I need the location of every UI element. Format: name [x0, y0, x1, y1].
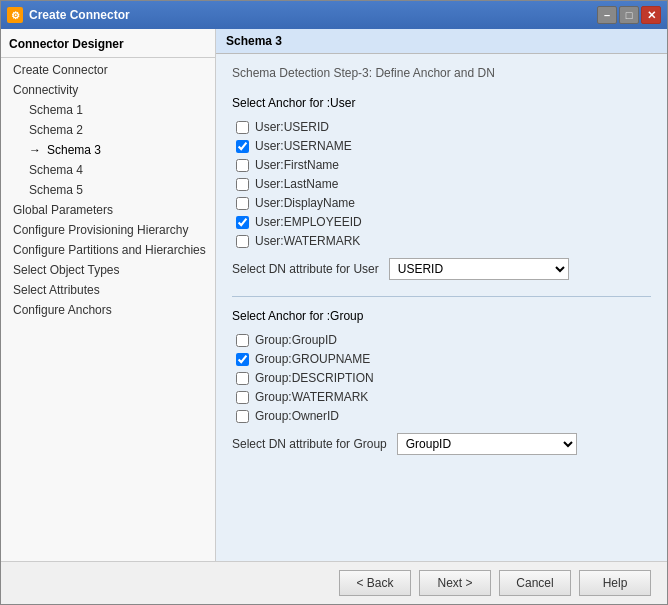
checkbox-group-watermark[interactable]	[236, 391, 249, 404]
help-button[interactable]: Help	[579, 570, 651, 596]
current-arrow-icon: →	[29, 143, 41, 157]
group-section: Select Anchor for :Group Group:GroupIDGr…	[232, 309, 651, 455]
back-button[interactable]: < Back	[339, 570, 411, 596]
checkbox-label-group-watermark: Group:WATERMARK	[255, 390, 368, 404]
content-area: Schema 3 Schema Detection Step-3: Define…	[216, 29, 667, 561]
sidebar-item-configure-provisioning[interactable]: Configure Provisioning Hierarchy	[1, 220, 215, 240]
sidebar-item-label: Schema 5	[29, 183, 83, 197]
checkbox-user-watermark[interactable]	[236, 235, 249, 248]
checkbox-user-firstname[interactable]	[236, 159, 249, 172]
sidebar-items-container: Create ConnectorConnectivitySchema 1Sche…	[1, 60, 215, 320]
sidebar-item-label: Create Connector	[13, 63, 108, 77]
sidebar-item-schema-5[interactable]: Schema 5	[1, 180, 215, 200]
content-body[interactable]: Schema Detection Step-3: Define Anchor a…	[216, 54, 667, 561]
next-button[interactable]: Next >	[419, 570, 491, 596]
sidebar-item-label: Schema 1	[29, 103, 83, 117]
checkbox-group-groupid[interactable]	[236, 334, 249, 347]
user-checkboxes: User:USERIDUser:USERNAMEUser:FirstNameUs…	[232, 120, 651, 248]
user-dn-label: Select DN attribute for User	[232, 262, 379, 276]
group-dn-label: Select DN attribute for Group	[232, 437, 387, 451]
checkbox-row-user-watermark: User:WATERMARK	[232, 234, 651, 248]
checkbox-label-group-description: Group:DESCRIPTION	[255, 371, 374, 385]
sidebar-item-global-parameters[interactable]: Global Parameters	[1, 200, 215, 220]
app-icon: ⚙	[7, 7, 23, 23]
cancel-button[interactable]: Cancel	[499, 570, 571, 596]
sidebar-item-configure-partitions[interactable]: Configure Partitions and Hierarchies	[1, 240, 215, 260]
sidebar-item-select-attributes[interactable]: Select Attributes	[1, 280, 215, 300]
checkbox-row-group-groupname: Group:GROUPNAME	[232, 352, 651, 366]
checkbox-row-user-employeeid: User:EMPLOYEEID	[232, 215, 651, 229]
checkbox-row-user-displayname: User:DisplayName	[232, 196, 651, 210]
title-bar: ⚙ Create Connector – □ ✕	[1, 1, 667, 29]
sidebar-item-label: Select Attributes	[13, 283, 100, 297]
sidebar-item-label: Configure Partitions and Hierarchies	[13, 243, 206, 257]
group-section-title: Select Anchor for :Group	[232, 309, 651, 323]
checkbox-label-user-lastname: User:LastName	[255, 177, 338, 191]
close-button[interactable]: ✕	[641, 6, 661, 24]
sidebar-item-label: Global Parameters	[13, 203, 113, 217]
sidebar-item-label: Schema 2	[29, 123, 83, 137]
sidebar-item-create-connector[interactable]: Create Connector	[1, 60, 215, 80]
footer: < Back Next > Cancel Help	[1, 561, 667, 604]
sidebar-item-label: Connectivity	[13, 83, 78, 97]
sidebar: Connector Designer Create ConnectorConne…	[1, 29, 216, 561]
user-dn-row: Select DN attribute for User USERIDUSERN…	[232, 258, 651, 280]
checkbox-label-group-ownerid: Group:OwnerID	[255, 409, 339, 423]
checkbox-label-user-firstname: User:FirstName	[255, 158, 339, 172]
checkbox-user-lastname[interactable]	[236, 178, 249, 191]
checkbox-label-user-userid: User:USERID	[255, 120, 329, 134]
checkbox-user-userid[interactable]	[236, 121, 249, 134]
checkbox-row-group-watermark: Group:WATERMARK	[232, 390, 651, 404]
sidebar-item-label: Schema 3	[47, 143, 101, 157]
sidebar-item-schema-4[interactable]: Schema 4	[1, 160, 215, 180]
checkbox-row-group-ownerid: Group:OwnerID	[232, 409, 651, 423]
sidebar-item-schema-2[interactable]: Schema 2	[1, 120, 215, 140]
sidebar-item-schema-3[interactable]: →Schema 3	[1, 140, 215, 160]
content-header: Schema 3	[216, 29, 667, 54]
checkbox-user-displayname[interactable]	[236, 197, 249, 210]
checkbox-user-username[interactable]	[236, 140, 249, 153]
checkbox-user-employeeid[interactable]	[236, 216, 249, 229]
checkbox-label-user-displayname: User:DisplayName	[255, 196, 355, 210]
checkbox-label-user-employeeid: User:EMPLOYEEID	[255, 215, 362, 229]
sidebar-item-configure-anchors[interactable]: Configure Anchors	[1, 300, 215, 320]
user-dn-select[interactable]: USERIDUSERNAMEFirstNameLastNameDisplayNa…	[389, 258, 569, 280]
sidebar-item-label: Schema 4	[29, 163, 83, 177]
group-dn-row: Select DN attribute for Group GroupIDGRO…	[232, 433, 651, 455]
user-section-title: Select Anchor for :User	[232, 96, 651, 110]
checkbox-row-user-userid: User:USERID	[232, 120, 651, 134]
checkbox-row-user-username: User:USERNAME	[232, 139, 651, 153]
window-title: Create Connector	[29, 8, 130, 22]
sidebar-item-connectivity[interactable]: Connectivity	[1, 80, 215, 100]
section-separator	[232, 296, 651, 297]
maximize-button[interactable]: □	[619, 6, 639, 24]
title-bar-left: ⚙ Create Connector	[7, 7, 130, 23]
checkbox-row-group-description: Group:DESCRIPTION	[232, 371, 651, 385]
sidebar-item-select-object-types[interactable]: Select Object Types	[1, 260, 215, 280]
sidebar-item-schema-1[interactable]: Schema 1	[1, 100, 215, 120]
minimize-button[interactable]: –	[597, 6, 617, 24]
user-section: Select Anchor for :User User:USERIDUser:…	[232, 96, 651, 280]
group-dn-select[interactable]: GroupIDGROUPNAMEDESCRIPTIONWATERMARKOwne…	[397, 433, 577, 455]
checkbox-row-user-firstname: User:FirstName	[232, 158, 651, 172]
checkbox-label-user-watermark: User:WATERMARK	[255, 234, 360, 248]
checkbox-row-group-groupid: Group:GroupID	[232, 333, 651, 347]
checkbox-row-user-lastname: User:LastName	[232, 177, 651, 191]
checkbox-label-group-groupname: Group:GROUPNAME	[255, 352, 370, 366]
group-checkboxes: Group:GroupIDGroup:GROUPNAMEGroup:DESCRI…	[232, 333, 651, 423]
sidebar-item-label: Configure Anchors	[13, 303, 112, 317]
main-window: ⚙ Create Connector – □ ✕ Connector Desig…	[0, 0, 668, 605]
main-content: Connector Designer Create ConnectorConne…	[1, 29, 667, 561]
checkbox-group-description[interactable]	[236, 372, 249, 385]
step-title: Schema Detection Step-3: Define Anchor a…	[232, 66, 651, 80]
checkbox-label-group-groupid: Group:GroupID	[255, 333, 337, 347]
sidebar-item-label: Configure Provisioning Hierarchy	[13, 223, 188, 237]
sidebar-item-label: Select Object Types	[13, 263, 120, 277]
sidebar-title: Connector Designer	[1, 33, 215, 58]
title-bar-controls: – □ ✕	[597, 6, 661, 24]
checkbox-group-ownerid[interactable]	[236, 410, 249, 423]
checkbox-label-user-username: User:USERNAME	[255, 139, 352, 153]
checkbox-group-groupname[interactable]	[236, 353, 249, 366]
